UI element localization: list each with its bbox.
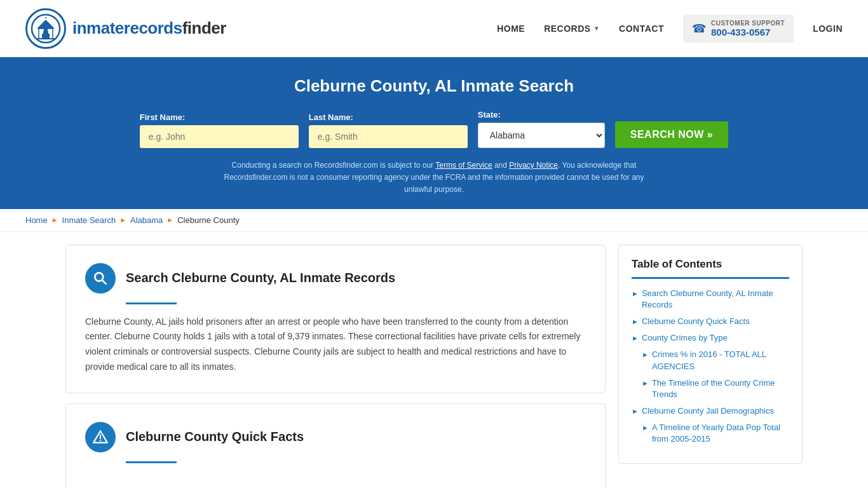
section2-header: Cleburne County Quick Facts bbox=[85, 422, 586, 452]
search-circle-icon bbox=[85, 263, 116, 294]
toc-arrow-6: ► bbox=[632, 407, 639, 416]
disclaimer-text: Conducting a search on Recordsfinder.com… bbox=[212, 159, 656, 196]
support-label: CUSTOMER SUPPORT bbox=[711, 20, 785, 27]
toc-link-7[interactable]: ► A Timeline of Yearly Data Pop Total fr… bbox=[642, 422, 789, 445]
toc-arrow-4: ► bbox=[642, 350, 649, 360]
sidebar: Table of Contents ► Search Cleburne Coun… bbox=[618, 245, 803, 488]
breadcrumb-sep-3: ► bbox=[166, 216, 173, 224]
toc-item-7: ► A Timeline of Yearly Data Pop Total fr… bbox=[642, 422, 789, 445]
section1-body: Cleburne County, AL jails hold prisoners… bbox=[85, 315, 586, 375]
content-area: Search Cleburne County, AL Inmate Record… bbox=[65, 245, 606, 488]
nav-login[interactable]: LOGIN bbox=[813, 24, 843, 34]
toc-title: Table of Contents bbox=[632, 258, 789, 271]
toc-item-2: ► Cleburne County Quick Facts bbox=[632, 316, 789, 327]
first-name-group: First Name: bbox=[140, 112, 299, 148]
svg-point-13 bbox=[100, 440, 101, 441]
toc-label-5: The Timeline of the County Crime Trends bbox=[652, 377, 789, 400]
chevron-down-icon: ▼ bbox=[593, 25, 600, 32]
toc-link-6[interactable]: ► Cleburne County Jail Demographics bbox=[632, 405, 789, 417]
last-name-input[interactable] bbox=[309, 125, 468, 148]
toc-label-6: Cleburne County Jail Demographics bbox=[642, 405, 774, 417]
privacy-link[interactable]: Privacy Notice bbox=[509, 161, 558, 170]
page-title: Cleburne County, AL Inmate Search bbox=[25, 76, 843, 96]
toc-label-3: County Crimes by Type bbox=[642, 332, 728, 344]
first-name-label: First Name: bbox=[140, 112, 299, 122]
breadcrumb-alabama[interactable]: Alabama bbox=[130, 215, 163, 225]
nav-home[interactable]: HOME bbox=[497, 24, 525, 34]
toc-item-6: ► Cleburne County Jail Demographics bbox=[632, 405, 789, 417]
section1-header: Search Cleburne County, AL Inmate Record… bbox=[85, 263, 586, 294]
toc-link-2[interactable]: ► Cleburne County Quick Facts bbox=[632, 316, 789, 327]
toc-arrow-3: ► bbox=[632, 334, 639, 343]
toc-item-1: ► Search Cleburne County, AL Inmate Reco… bbox=[632, 288, 789, 311]
search-form: First Name: Last Name: State: Alabama Al… bbox=[25, 110, 843, 148]
headphone-icon: ☎ bbox=[692, 22, 706, 36]
search-button[interactable]: SEARCH NOW » bbox=[615, 121, 728, 148]
toc-label-7: A Timeline of Yearly Data Pop Total from… bbox=[652, 422, 789, 445]
toc-card: Table of Contents ► Search Cleburne Coun… bbox=[618, 245, 803, 464]
toc-link-5[interactable]: ► The Timeline of the County Crime Trend… bbox=[642, 377, 789, 400]
last-name-label: Last Name: bbox=[309, 112, 468, 122]
section2-card: Cleburne County Quick Facts bbox=[65, 403, 606, 488]
toc-label-1: Search Cleburne County, AL Inmate Record… bbox=[642, 288, 789, 311]
breadcrumb-home[interactable]: Home bbox=[25, 215, 48, 225]
toc-link-4[interactable]: ► Crimes % in 2016 - TOTAL ALL AGENCIES bbox=[642, 349, 789, 372]
main-nav: HOME RECORDS ▼ CONTACT ☎ CUSTOMER SUPPOR… bbox=[497, 15, 843, 43]
toc-link-3[interactable]: ► County Crimes by Type bbox=[632, 332, 789, 344]
toc-item-5: ► The Timeline of the County Crime Trend… bbox=[642, 377, 789, 400]
nav-contact[interactable]: CONTACT bbox=[619, 24, 664, 34]
toc-link-1[interactable]: ► Search Cleburne County, AL Inmate Reco… bbox=[632, 288, 789, 311]
last-name-group: Last Name: bbox=[309, 112, 468, 148]
warning-circle-icon bbox=[85, 422, 116, 452]
section2-underline bbox=[126, 461, 177, 463]
first-name-input[interactable] bbox=[140, 125, 299, 148]
state-select[interactable]: Alabama Alaska Arizona Arkansas Californ… bbox=[478, 123, 605, 148]
state-label: State: bbox=[478, 110, 605, 119]
logo-text: inmaterecordsfinder bbox=[72, 18, 226, 38]
svg-line-10 bbox=[102, 280, 106, 283]
svg-rect-6 bbox=[41, 31, 43, 34]
state-group: State: Alabama Alaska Arizona Arkansas C… bbox=[478, 110, 605, 148]
toc-label-4: Crimes % in 2016 - TOTAL ALL AGENCIES bbox=[652, 349, 789, 372]
customer-support-box[interactable]: ☎ CUSTOMER SUPPORT 800-433-0567 bbox=[683, 15, 794, 43]
main-content: Search Cleburne County, AL Inmate Record… bbox=[53, 245, 815, 488]
breadcrumb-sep-2: ► bbox=[119, 216, 126, 224]
toc-label-2: Cleburne County Quick Facts bbox=[642, 316, 750, 327]
breadcrumb-current: Cleburne County bbox=[177, 215, 240, 225]
site-header: inmaterecordsfinder HOME RECORDS ▼ CONTA… bbox=[0, 0, 868, 57]
toc-item-3: ► County Crimes by Type bbox=[632, 332, 789, 344]
breadcrumb: Home ► Inmate Search ► Alabama ► Cleburn… bbox=[0, 209, 868, 232]
terms-link[interactable]: Terms of Service bbox=[435, 161, 492, 170]
toc-arrow-5: ► bbox=[642, 379, 649, 388]
support-text-area: CUSTOMER SUPPORT 800-433-0567 bbox=[711, 20, 785, 37]
section1-title: Search Cleburne County, AL Inmate Record… bbox=[126, 271, 395, 285]
breadcrumb-sep-1: ► bbox=[51, 216, 58, 224]
support-number: 800-433-0567 bbox=[711, 27, 785, 37]
toc-arrow-1: ► bbox=[632, 289, 639, 299]
breadcrumb-inmate-search[interactable]: Inmate Search bbox=[62, 215, 116, 225]
logo-icon bbox=[25, 8, 66, 49]
toc-divider bbox=[632, 277, 789, 279]
logo-area: inmaterecordsfinder bbox=[25, 8, 226, 49]
search-hero: Cleburne County, AL Inmate Search First … bbox=[0, 57, 868, 209]
svg-marker-3 bbox=[37, 20, 55, 29]
section1-card: Search Cleburne County, AL Inmate Record… bbox=[65, 245, 606, 393]
toc-arrow-2: ► bbox=[632, 317, 639, 327]
toc-list: ► Search Cleburne County, AL Inmate Reco… bbox=[632, 288, 789, 445]
toc-arrow-7: ► bbox=[642, 423, 649, 433]
section2-title: Cleburne County Quick Facts bbox=[126, 430, 304, 444]
svg-rect-7 bbox=[48, 31, 51, 34]
nav-records[interactable]: RECORDS ▼ bbox=[544, 24, 600, 34]
toc-item-4: ► Crimes % in 2016 - TOTAL ALL AGENCIES bbox=[642, 349, 789, 372]
section1-underline bbox=[126, 302, 177, 304]
